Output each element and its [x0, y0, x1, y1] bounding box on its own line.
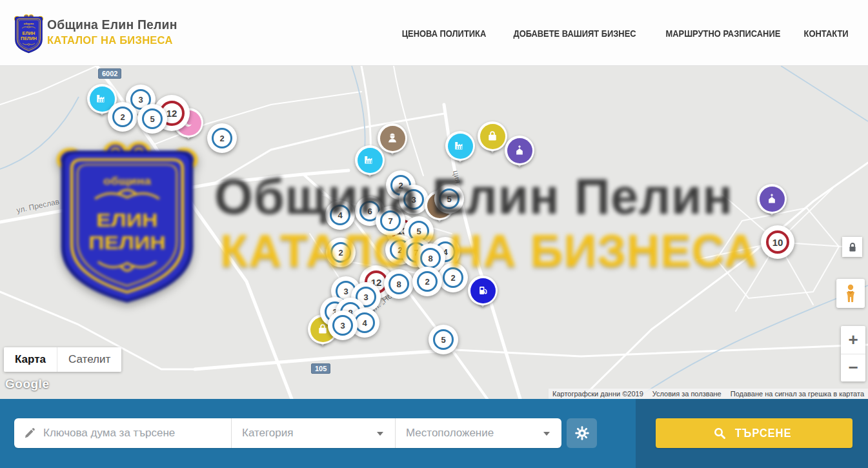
cluster-count: 5: [441, 335, 445, 345]
lock-icon: [848, 242, 857, 252]
category-select[interactable]: Категория: [231, 418, 395, 448]
header: Община Елин Пелин КАТАЛОГ НА БИЗНЕСА ЦЕН…: [0, 0, 868, 66]
map-attribution: Картографски данни ©2019Условия за ползв…: [549, 389, 868, 399]
cluster-ring: 2: [212, 128, 232, 148]
map-type-button-map[interactable]: Карта: [4, 347, 57, 372]
cluster-ring: 5: [433, 329, 454, 350]
church-icon: [507, 138, 532, 163]
cluster-count: 2: [425, 277, 429, 287]
map-cluster-5[interactable]: 5: [434, 184, 464, 214]
search-field-group: Категория Местоположение: [14, 418, 561, 448]
cluster-count: 2: [338, 248, 343, 258]
cluster-count: 4: [362, 318, 367, 328]
cluster-count: 5: [416, 227, 421, 236]
search-button[interactable]: ТЪРСЕНЕ: [656, 418, 853, 448]
nav-item-3[interactable]: КОНТАКТИ: [803, 28, 848, 39]
cluster-count: 6: [367, 207, 372, 216]
search-button-label: ТЪРСЕНЕ: [735, 427, 792, 440]
cluster-ring: 2: [112, 107, 133, 127]
cluster-count: 8: [396, 280, 401, 289]
factory-icon: [358, 148, 383, 173]
cluster-ring: 5: [439, 188, 459, 209]
cluster-ring: 2: [417, 271, 438, 292]
site-subtitle: КАТАЛОГ НА БИЗНЕСА: [47, 34, 177, 47]
map-cluster-2[interactable]: 2: [108, 102, 137, 132]
map-cluster-10[interactable]: 10: [761, 225, 794, 259]
cluster-ring: 2: [443, 267, 463, 288]
pegman-icon: [843, 284, 858, 303]
map-pin-church[interactable]: [756, 184, 787, 224]
keyword-search-input[interactable]: [42, 426, 222, 440]
map-canvas[interactable]: 6002105 ул. Преславбул. „Новоселция 3212…: [0, 66, 868, 399]
zoom-control: + −: [841, 326, 865, 382]
search-icon: [714, 427, 726, 440]
map-cluster-2[interactable]: 2: [438, 263, 468, 292]
map-pin-gas[interactable]: [467, 276, 498, 316]
cluster-count: 3: [411, 195, 416, 205]
map-pin-bag[interactable]: [477, 121, 508, 161]
map-markers-layer: 3212522354613752247821282333843510: [0, 66, 868, 399]
map-cluster-8[interactable]: 8: [384, 269, 414, 299]
cluster-count: 2: [219, 134, 224, 143]
pencil-icon: [23, 427, 35, 440]
nav-item-1[interactable]: ДОБАВЕТЕ ВАШИЯТ БИЗНЕС: [513, 28, 636, 39]
cluster-ring: 8: [389, 274, 409, 294]
search-bar: Категория Местоположение: [0, 399, 868, 468]
chevron-down-icon: [377, 432, 383, 436]
cluster-ring: 10: [766, 230, 789, 254]
map-cluster-5[interactable]: 5: [429, 325, 458, 354]
main-nav: ЦЕНОВА ПОЛИТИКАДОБАВЕТЕ ВАШИЯТ БИЗНЕСМАР…: [395, 0, 852, 66]
map-cluster-3[interactable]: 3: [328, 310, 358, 340]
cluster-ring: 8: [420, 248, 441, 269]
cluster-ring: 5: [142, 108, 163, 129]
location-select-value: Местоположение: [406, 427, 494, 440]
cluster-count: 7: [388, 216, 392, 226]
map-pin-factory[interactable]: [445, 131, 476, 171]
map-type-button-satellite[interactable]: Сателит: [57, 347, 121, 372]
location-select[interactable]: Местоположение: [395, 418, 561, 448]
map-cluster-7[interactable]: 7: [376, 206, 405, 236]
cluster-count: 10: [772, 237, 783, 248]
cluster-count: 2: [450, 273, 455, 283]
cluster-count: 3: [343, 287, 348, 296]
cluster-count: 2: [120, 112, 125, 122]
map-cluster-5[interactable]: 5: [137, 104, 167, 134]
cluster-count: 8: [428, 254, 432, 263]
cluster-ring: 2: [330, 242, 351, 263]
attribution-item-2[interactable]: Подаване на сигнал за грешка в картата: [731, 390, 864, 398]
gear-icon: [574, 425, 590, 441]
cluster-ring: 4: [330, 205, 350, 225]
cluster-count: 4: [338, 210, 342, 220]
zoom-out-button[interactable]: −: [841, 354, 865, 382]
keyword-section: [14, 418, 231, 448]
pegman-button[interactable]: [836, 279, 865, 308]
zoom-in-button[interactable]: +: [841, 326, 865, 354]
municipality-crest-logo: [14, 14, 44, 54]
cluster-count: 3: [340, 321, 345, 331]
map-cluster-4[interactable]: 4: [325, 200, 355, 230]
map-pin-church[interactable]: [504, 136, 535, 176]
map-cluster-2[interactable]: 2: [412, 267, 442, 296]
bag-icon: [480, 124, 505, 149]
cluster-ring: 3: [332, 315, 353, 336]
factory-icon: [448, 134, 473, 159]
map-cluster-2[interactable]: 2: [326, 238, 356, 267]
cluster-count: 5: [150, 114, 154, 124]
chevron-down-icon: [543, 432, 550, 436]
nav-item-0[interactable]: ЦЕНОВА ПОЛИТИКА: [402, 28, 487, 39]
cluster-count: 5: [447, 194, 451, 204]
category-select-value: Категория: [242, 427, 293, 440]
map-cluster-2[interactable]: 2: [207, 123, 237, 153]
cluster-count: 12: [167, 108, 177, 119]
church-icon: [760, 187, 785, 212]
google-logo[interactable]: Google: [5, 377, 49, 391]
lock-button[interactable]: [842, 237, 862, 257]
attribution-item-1[interactable]: Условия за ползване: [652, 390, 722, 398]
map-pin-factory[interactable]: [354, 145, 385, 185]
cluster-count: 3: [363, 292, 368, 302]
nav-item-2[interactable]: МАРШРУТНО РАЗПИСАНИЕ: [666, 28, 781, 39]
cluster-ring: 7: [380, 210, 401, 231]
attribution-item-0: Картографски данни ©2019: [552, 390, 643, 398]
advanced-settings-button[interactable]: [567, 418, 597, 448]
cluster-count: 3: [138, 95, 143, 105]
